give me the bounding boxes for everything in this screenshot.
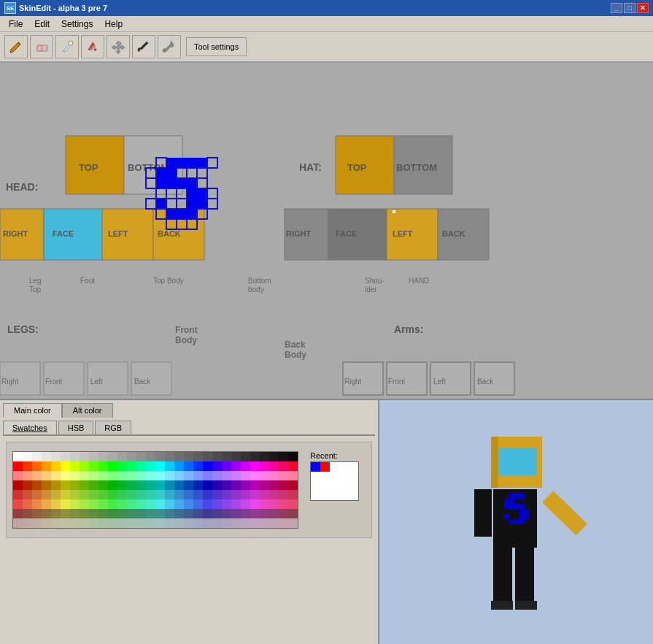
color-swatch[interactable] <box>70 499 80 509</box>
color-swatch[interactable] <box>32 471 42 480</box>
color-swatch[interactable] <box>42 480 51 490</box>
color-swatch[interactable] <box>184 490 193 499</box>
color-swatch[interactable] <box>23 509 32 518</box>
color-swatch[interactable] <box>155 461 165 471</box>
eyedropper-tool[interactable] <box>55 35 79 58</box>
color-swatch[interactable] <box>70 471 80 480</box>
maximize-button[interactable]: □ <box>624 3 635 13</box>
color-swatch[interactable] <box>193 452 203 461</box>
color-swatch[interactable] <box>269 490 279 499</box>
color-swatch[interactable] <box>13 518 23 528</box>
color-swatch[interactable] <box>174 518 184 528</box>
tab-main-color[interactable]: Main color <box>3 403 62 418</box>
color-swatch[interactable] <box>108 490 117 499</box>
color-swatch[interactable] <box>89 518 98 528</box>
color-swatch[interactable] <box>80 490 89 499</box>
color-swatch[interactable] <box>42 461 51 471</box>
color-swatch[interactable] <box>193 518 203 528</box>
color-swatch[interactable] <box>165 471 174 480</box>
color-swatch[interactable] <box>203 518 212 528</box>
tab-hsb[interactable]: HSB <box>58 421 94 434</box>
color-swatch[interactable] <box>241 452 250 461</box>
color-swatch[interactable] <box>146 518 155 528</box>
color-swatch[interactable] <box>42 509 51 518</box>
color-swatch[interactable] <box>61 499 70 509</box>
color-swatch[interactable] <box>193 461 203 471</box>
color-swatch[interactable] <box>203 452 212 461</box>
color-swatch[interactable] <box>89 490 98 499</box>
recent-color-cell[interactable] <box>349 472 358 481</box>
color-swatch[interactable] <box>165 480 174 490</box>
color-swatch[interactable] <box>61 480 70 490</box>
color-swatch[interactable] <box>89 461 98 471</box>
color-swatch[interactable] <box>203 471 212 480</box>
color-swatch[interactable] <box>32 480 42 490</box>
color-swatch[interactable] <box>174 490 184 499</box>
color-swatch[interactable] <box>136 471 146 480</box>
color-swatch[interactable] <box>241 471 250 480</box>
color-swatch[interactable] <box>13 499 23 509</box>
recent-color-cell[interactable] <box>320 472 330 481</box>
color-swatch[interactable] <box>184 509 193 518</box>
color-swatch[interactable] <box>42 499 51 509</box>
color-swatch[interactable] <box>231 509 241 518</box>
color-swatch[interactable] <box>174 499 184 509</box>
color-swatch[interactable] <box>117 461 127 471</box>
color-swatch[interactable] <box>174 452 184 461</box>
color-swatch[interactable] <box>42 471 51 480</box>
color-swatch[interactable] <box>98 471 108 480</box>
canvas-area[interactable] <box>0 63 653 399</box>
recent-color-cell[interactable] <box>330 472 339 481</box>
color-swatch[interactable] <box>279 518 288 528</box>
color-swatch[interactable] <box>193 499 203 509</box>
menu-help[interactable]: Help <box>98 18 128 31</box>
color-swatch[interactable] <box>241 480 250 490</box>
color-swatch[interactable] <box>70 480 80 490</box>
color-swatch[interactable] <box>89 499 98 509</box>
color-swatch[interactable] <box>51 490 61 499</box>
color-swatch[interactable] <box>117 452 127 461</box>
color-swatch[interactable] <box>32 452 42 461</box>
color-swatch[interactable] <box>80 480 89 490</box>
recent-color-cell[interactable] <box>311 481 320 491</box>
color-swatch[interactable] <box>51 499 61 509</box>
tab-alt-color[interactable]: Alt color <box>62 403 113 418</box>
color-swatch[interactable] <box>13 461 23 471</box>
color-swatch[interactable] <box>241 509 250 518</box>
color-swatch[interactable] <box>184 471 193 480</box>
color-swatch[interactable] <box>23 518 32 528</box>
color-swatch[interactable] <box>174 471 184 480</box>
color-swatch[interactable] <box>279 499 288 509</box>
color-swatch[interactable] <box>203 480 212 490</box>
color-swatch[interactable] <box>174 509 184 518</box>
color-swatch[interactable] <box>13 480 23 490</box>
color-swatch[interactable] <box>117 518 127 528</box>
recent-color-cell[interactable] <box>349 491 358 500</box>
color-swatch[interactable] <box>23 452 32 461</box>
color-swatch[interactable] <box>250 471 260 480</box>
color-swatch[interactable] <box>98 480 108 490</box>
color-swatch[interactable] <box>146 499 155 509</box>
color-swatch[interactable] <box>222 509 231 518</box>
skin-canvas[interactable] <box>0 63 653 399</box>
tab-swatches[interactable]: Swatches <box>3 421 57 434</box>
color-swatch[interactable] <box>260 518 269 528</box>
color-swatch[interactable] <box>136 499 146 509</box>
recent-color-cell[interactable] <box>349 462 358 472</box>
color-swatch[interactable] <box>212 490 222 499</box>
color-swatch[interactable] <box>136 490 146 499</box>
color-swatch[interactable] <box>269 480 279 490</box>
eraser-tool[interactable] <box>30 35 53 58</box>
color-swatch[interactable] <box>23 480 32 490</box>
color-swatch[interactable] <box>212 509 222 518</box>
color-swatch[interactable] <box>269 509 279 518</box>
color-swatch[interactable] <box>136 452 146 461</box>
color-swatch[interactable] <box>61 490 70 499</box>
color-swatch[interactable] <box>23 490 32 499</box>
color-swatch[interactable] <box>127 499 136 509</box>
recent-color-cell[interactable] <box>311 462 320 472</box>
color-swatch[interactable] <box>127 480 136 490</box>
color-swatch[interactable] <box>13 471 23 480</box>
color-swatch[interactable] <box>260 461 269 471</box>
color-swatch[interactable] <box>174 461 184 471</box>
